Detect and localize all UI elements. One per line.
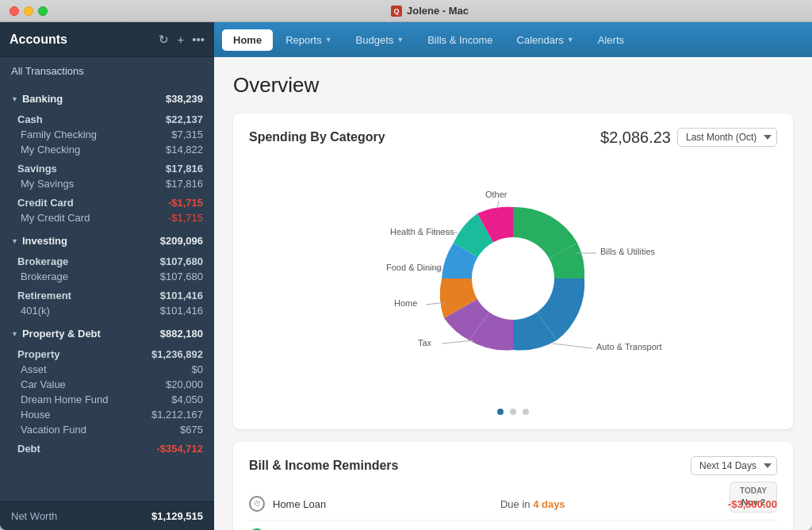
reminder-xfinity: ✓ XFINITY Due in 9 days -$223.74 — [249, 520, 777, 530]
svg-text:Tax: Tax — [418, 338, 432, 348]
all-transactions-link[interactable]: All Transactions — [0, 57, 214, 85]
add-account-button[interactable]: + — [177, 33, 184, 46]
retirement-subgroup-header: Retirement $101,416 — [0, 287, 214, 303]
calendars-dropdown-icon: ▼ — [567, 36, 574, 44]
svg-line-4 — [553, 344, 592, 348]
list-item[interactable]: Asset $0 — [0, 362, 214, 377]
savings-subgroup-name: Savings — [17, 163, 57, 175]
property-debt-group-header[interactable]: ▼ Property & Debt $882,180 — [0, 323, 214, 344]
fullscreen-button[interactable] — [38, 6, 48, 16]
property-subgroup-header: Property $1,236,892 — [0, 346, 214, 362]
svg-line-6 — [442, 340, 473, 344]
nav-home[interactable]: Home — [222, 29, 273, 51]
banking-group-total: $38,239 — [166, 93, 203, 105]
credit-card-subgroup: Credit Card -$1,715 My Credit Card -$1,7… — [0, 193, 214, 227]
donut-chart: Bills & Utilities Auto & Transport Tax H… — [362, 167, 664, 390]
account-group-investing: ▼ Investing $209,096 Brokerage $107,680 … — [0, 230, 214, 320]
property-subgroup: Property $1,236,892 Asset $0 Car Value $… — [0, 344, 214, 439]
svg-text:Other: Other — [485, 190, 508, 199]
savings-subgroup-header: Savings $17,816 — [0, 160, 214, 176]
svg-text:Food & Dining: Food & Dining — [386, 263, 442, 272]
list-item[interactable]: Car Value $20,000 — [0, 377, 214, 392]
traffic-lights — [10, 6, 48, 16]
brokerage-subgroup: Brokerage $107,680 Brokerage $107,680 — [0, 252, 214, 286]
carousel-dot-1[interactable] — [497, 409, 504, 415]
carousel-dot-3[interactable] — [523, 409, 529, 415]
reminders-controls: Next 14 Days Next 7 Days Next 30 Days — [691, 456, 777, 475]
brokerage-subgroup-name: Brokerage — [17, 255, 68, 267]
refresh-button[interactable]: ↻ — [159, 33, 169, 47]
app-window: Q Jolene - Mac Accounts ↻ + ••• All Tran… — [0, 0, 812, 530]
reminders-header: Bill & Income Reminders Next 14 Days Nex… — [249, 456, 777, 475]
reminder-clock-icon: ⏱ — [249, 496, 265, 512]
investing-group-header[interactable]: ▼ Investing $209,096 — [0, 230, 214, 252]
net-worth-label: Net Worth — [11, 510, 57, 522]
minimize-button[interactable] — [24, 6, 33, 16]
cash-subgroup-header: Cash $22,137 — [0, 111, 214, 127]
spending-title: Spending By Category — [249, 130, 385, 144]
retirement-subgroup: Retirement $101,416 401(k) $101,416 — [0, 286, 214, 320]
property-debt-group-total: $882,180 — [160, 328, 203, 340]
savings-subgroup: Savings $17,816 My Savings $17,816 — [0, 159, 214, 193]
app-icon: Q — [391, 6, 402, 17]
sidebar-header: Accounts ↻ + ••• — [0, 22, 214, 57]
banking-group-name: Banking — [22, 93, 63, 105]
credit-card-subgroup-header: Credit Card -$1,715 — [0, 194, 214, 210]
list-item[interactable]: My Savings $17,816 — [0, 176, 214, 191]
cash-subgroup-name: Cash — [17, 113, 43, 125]
list-item[interactable]: Family Checking $7,315 — [0, 127, 214, 142]
titlebar: Q Jolene - Mac — [0, 0, 812, 22]
close-button[interactable] — [10, 6, 19, 16]
reminders-title: Bill & Income Reminders — [249, 459, 399, 473]
list-item[interactable]: Vacation Fund $675 — [0, 422, 214, 437]
investing-group-total: $209,096 — [160, 235, 203, 247]
navbar: Home Reports ▼ Budgets ▼ Bills & Income … — [214, 22, 812, 57]
reminders-period-select[interactable]: Next 14 Days Next 7 Days Next 30 Days — [691, 456, 777, 475]
cash-subgroup: Cash $22,137 Family Checking $7,315 My C… — [0, 109, 214, 159]
reports-dropdown-icon: ▼ — [325, 36, 332, 44]
spending-header: Spending By Category $2,086.23 Last Mont… — [249, 128, 777, 147]
credit-card-subgroup-total: -$1,715 — [168, 197, 203, 209]
spending-section: Spending By Category $2,086.23 Last Mont… — [233, 113, 793, 429]
investing-group-name: Investing — [22, 235, 67, 247]
list-item[interactable]: My Checking $14,822 — [0, 142, 214, 157]
list-item[interactable]: My Credit Card -$1,715 — [0, 210, 214, 225]
list-item[interactable]: Brokerage $107,680 — [0, 269, 214, 284]
list-item[interactable]: 401(k) $101,416 — [0, 303, 214, 318]
savings-subgroup-total: $17,816 — [166, 163, 203, 175]
nav-reports[interactable]: Reports ▼ — [274, 29, 343, 51]
svg-text:Home: Home — [394, 298, 417, 308]
svg-text:Auto & Transport: Auto & Transport — [596, 342, 662, 351]
debt-subgroup-header: Debt -$354,712 — [0, 440, 214, 456]
account-group-banking: ▼ Banking $38,239 Cash $22,137 Family Ch… — [0, 88, 214, 227]
retirement-subgroup-name: Retirement — [17, 290, 71, 301]
nav-bills-income[interactable]: Bills & Income — [416, 29, 504, 51]
content-area: Home Reports ▼ Budgets ▼ Bills & Income … — [214, 22, 812, 530]
banking-group-header[interactable]: ▼ Banking $38,239 — [0, 88, 214, 109]
brokerage-subgroup-total: $107,680 — [160, 255, 203, 267]
property-chevron-icon: ▼ — [11, 330, 18, 338]
reminder-home-loan: ⏱ Home Loan Due in 4 days -$3,500.00 — [249, 488, 777, 520]
page-title: Overview — [233, 73, 793, 98]
more-button[interactable]: ••• — [192, 33, 205, 46]
reminders-list: TODAY Nov 2 ⏱ Home Loan Due in 4 days — [249, 488, 777, 530]
spending-chart-container: Bills & Utilities Auto & Transport Tax H… — [249, 159, 777, 405]
sidebar-footer: Net Worth $1,129,515 — [0, 501, 214, 530]
spending-controls: $2,086.23 Last Month (Oct) This Month La… — [600, 128, 777, 147]
nav-calendars[interactable]: Calendars ▼ — [506, 29, 585, 51]
debt-subgroup-total: -$354,712 — [156, 443, 203, 455]
budgets-dropdown-icon: ▼ — [396, 36, 404, 44]
nav-alerts[interactable]: Alerts — [587, 29, 635, 51]
retirement-subgroup-total: $101,416 — [160, 290, 203, 301]
sidebar: Accounts ↻ + ••• All Transactions ▼ Bank… — [0, 22, 214, 530]
titlebar-title: Q Jolene - Mac — [57, 5, 802, 17]
list-item[interactable]: Dream Home Fund $4,050 — [0, 392, 214, 407]
net-worth-amount: $1,129,515 — [151, 510, 203, 522]
property-debt-group-name: Property & Debt — [22, 328, 101, 340]
svg-point-0 — [472, 237, 554, 320]
spending-period-select[interactable]: Last Month (Oct) This Month Last 3 Month… — [677, 128, 777, 147]
nav-budgets[interactable]: Budgets ▼ — [345, 29, 416, 51]
carousel-dot-2[interactable] — [510, 409, 516, 415]
debt-subgroup-name: Debt — [17, 443, 40, 455]
list-item[interactable]: House $1,212,167 — [0, 407, 214, 422]
